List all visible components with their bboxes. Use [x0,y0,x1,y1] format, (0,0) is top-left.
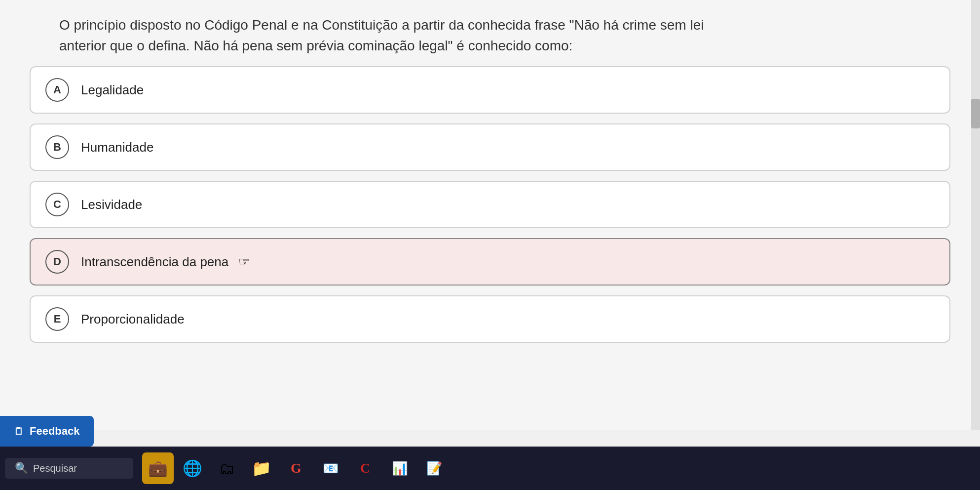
option-d-letter: D [45,250,69,274]
option-a[interactable]: A Legalidade [30,66,950,114]
taskbar-app-c[interactable]: C [349,452,381,484]
taskbar-app-briefcase[interactable]: 💼 [142,452,174,484]
option-b[interactable]: B Humanidade [30,123,950,171]
taskbar: 🔍 Pesquisar 💼 🌐 🗂 📁 G 📧 C 📊 📝 [0,447,980,490]
option-a-letter: A [45,78,69,102]
search-text: Pesquisar [33,463,77,474]
taskbar-search[interactable]: 🔍 Pesquisar [5,458,133,479]
partial-line1: O princípio disposto no Código Penal e n… [59,17,704,33]
option-c[interactable]: C Lesividade [30,181,950,228]
main-content: O princípio disposto no Código Penal e n… [0,0,980,430]
taskbar-app-folder[interactable]: 📁 [246,452,277,484]
cursor-pointer-icon: ☞ [238,254,250,270]
taskbar-app-g[interactable]: G [280,452,312,484]
option-e[interactable]: E Proporcionalidade [30,295,950,343]
taskbar-app-chrome[interactable]: 🌐 [177,452,208,484]
options-list: A Legalidade B Humanidade C Lesividade D… [30,66,950,343]
feedback-button[interactable]: 🗒 Feedback [0,416,94,447]
option-d[interactable]: D Intranscendência da pena ☞ [30,238,950,286]
question-partial-text: O princípio disposto no Código Penal e n… [30,15,950,61]
scrollbar-thumb[interactable] [971,99,980,128]
taskbar-app-files[interactable]: 🗂 [211,452,243,484]
search-icon: 🔍 [15,462,28,475]
option-c-letter: C [45,193,69,216]
option-a-text: Legalidade [81,82,144,98]
option-c-text: Lesividade [81,197,142,212]
partial-line2: anterior que o defina. Não há pena sem p… [59,38,572,53]
feedback-icon: 🗒 [14,426,24,437]
taskbar-app-outlook[interactable]: 📧 [315,452,346,484]
option-d-text: Intranscendência da pena [81,254,228,270]
taskbar-app-excel[interactable]: 📊 [384,452,415,484]
scrollbar-track[interactable] [971,0,980,430]
option-b-text: Humanidade [81,140,153,155]
option-e-text: Proporcionalidade [81,312,185,327]
option-b-letter: B [45,135,69,159]
taskbar-apps: 💼 🌐 🗂 📁 G 📧 C 📊 📝 [142,452,450,484]
feedback-label: Feedback [30,425,80,438]
option-e-letter: E [45,307,69,331]
taskbar-app-word[interactable]: 📝 [418,452,450,484]
